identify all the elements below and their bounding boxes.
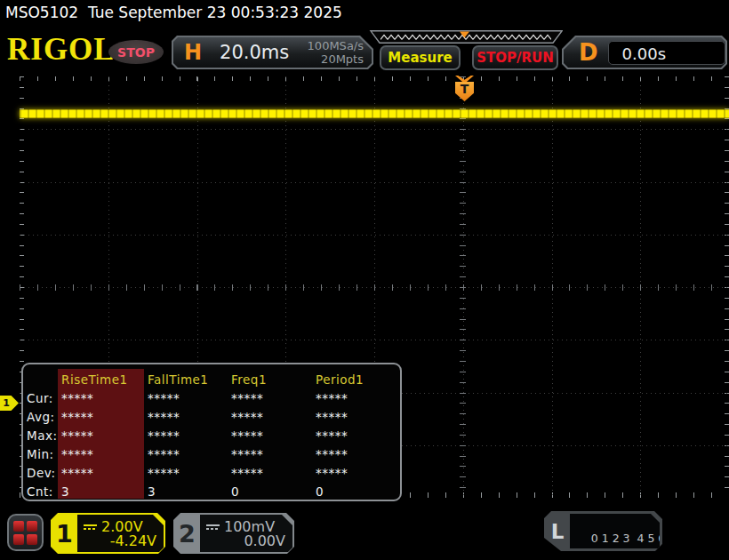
timebase-value: 20.0ms [220,42,289,63]
measurement-row: Cnt: 3 3 0 0 [23,482,400,500]
measurement-row: Cur: ***** ***** ***** ***** [23,388,400,407]
channel1-ground-marker[interactable]: 1 [0,396,19,411]
gridline [20,340,729,340]
channel1-badge[interactable]: 1 2.00V -4.24V [51,513,165,554]
dc-coupling-icon [84,524,97,530]
logic-channel-numbers: 0 1 2 3 4 5 6 7 8 9 1011 12131415 [570,514,660,548]
oscilloscope-screen: MSO5102 Tue September 23 00:53:23 2025 R… [0,0,729,560]
dc-coupling-icon [206,524,220,530]
center-horizontal-ruler-ticks [20,284,729,291]
measurement-table: RiseTime1 FallTime1 Freq1 Period1 Cur: *… [21,363,402,501]
measurement-row: Max: ***** ***** ***** ***** [23,426,400,444]
stop-run-button[interactable]: STOP/RUN [472,45,558,70]
channel1-offset: -4.24V [110,532,156,549]
rigol-logo: RIGOL [7,34,116,66]
measurement-row: Dev: ***** ***** ***** ***** [23,463,400,482]
model-and-clock: MSO5102 Tue September 23 00:53:23 2025 [5,4,342,21]
timebase-overview-strip[interactable] [366,30,563,44]
horizontal-panel[interactable]: H 20.0ms 100MSa/s 20Mpts [172,36,373,69]
measurement-column: Freq1 [228,372,312,387]
delay-value: 0.00s [608,41,725,65]
measurement-column: FallTime1 [144,372,228,387]
menu-grid-squares [13,521,37,545]
measurement-header-row: RiseTime1 FallTime1 Freq1 Period1 [23,370,400,388]
measurement-row: Avg: ***** ***** ***** ***** [23,407,400,426]
horizontal-label: H [184,40,202,65]
channel1-number: 1 [51,513,78,554]
channel1-waveform [20,109,729,118]
measure-button[interactable]: Measure [380,45,461,70]
logic-channels-badge[interactable]: L 0 1 2 3 4 5 6 7 8 9 1011 12131415 [544,511,662,551]
delay-panel[interactable]: D 0.00s [562,36,727,69]
gridline [20,129,729,130]
sample-rate: 100MSa/s [308,39,364,52]
channel2-info: 100mV 0.00V [200,515,292,552]
channel2-offset: 0.00V [244,532,285,549]
memory-depth: 20Mpts [321,52,364,66]
channel1-info: 2.00V -4.24V [77,515,164,552]
delay-label: D [579,39,598,66]
gridline [20,235,729,236]
logic-label: L [544,511,571,551]
run-state-badge: STOP [108,40,164,64]
acquisition-info: 100MSa/s 20Mpts [308,39,364,66]
gridline [20,182,729,183]
channel2-badge[interactable]: 2 100mV 0.00V [173,513,294,554]
logic-row1: 0 1 2 3 4 5 6 7 [591,532,676,545]
channel2-number: 2 [173,513,201,554]
measurement-row: Min: ***** ***** ***** ***** [23,444,400,463]
measurement-column: Period1 [312,372,400,387]
menu-grid-icon[interactable] [7,514,44,551]
measurement-column: RiseTime1 [58,372,144,387]
